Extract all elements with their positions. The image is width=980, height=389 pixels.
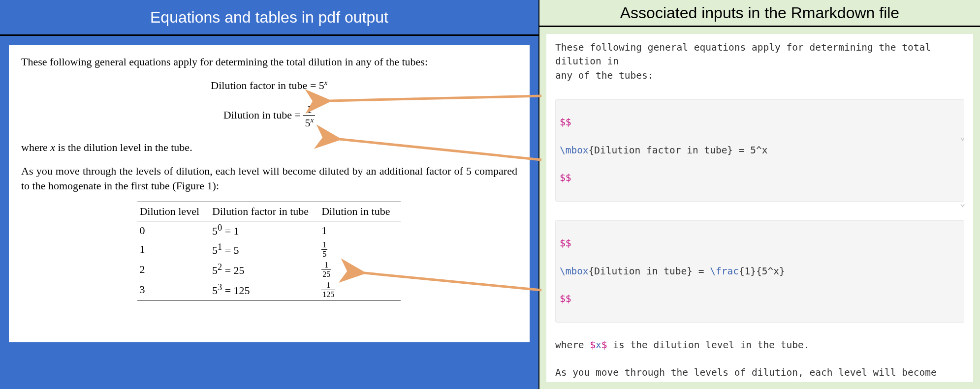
src-para2-line1: As you move through the levels of diluti… [555, 366, 964, 382]
th-intube: Dilution in tube [319, 202, 401, 221]
rmarkdown-source[interactable]: These following general equations apply … [546, 34, 973, 382]
left-panel-header: Equations and tables in pdf output [0, 0, 538, 36]
pdf-intro-text: These following general equations apply … [21, 55, 517, 69]
layout-container: Equations and tables in pdf output These… [0, 0, 980, 389]
table-row: 0 50 = 1 1 [137, 221, 401, 239]
eq2-label: Dilution in tube = [223, 109, 304, 121]
pdf-equation-2: Dilution in tube = 1 5x [21, 104, 517, 128]
right-panel-body: These following general equations apply … [539, 27, 980, 389]
eq1-label: Dilution factor in tube = 5 [211, 79, 324, 91]
table-row: 3 53 = 125 1125 [137, 280, 401, 300]
table-row: 1 51 = 5 15 [137, 239, 401, 260]
pdf-dilution-table: Dilution level Dilution factor in tube D… [137, 202, 401, 300]
src-math-block-2: $$ \mbox{Dilution in tube} = \frac{1}{5^… [555, 220, 964, 323]
pdf-para2-text: As you move through the levels of diluti… [21, 164, 517, 193]
src-intro-line1: These following general equations apply … [555, 41, 964, 69]
right-panel: Associated inputs in the Rmarkdown file … [538, 0, 980, 389]
src-intro-line2: any of the tubes: [555, 69, 964, 83]
table-header-row: Dilution level Dilution factor in tube D… [137, 202, 401, 221]
eq2-fraction: 1 5x [303, 104, 315, 128]
right-header-text: Associated inputs in the Rmarkdown file [620, 4, 899, 22]
eq1-exponent: x [324, 78, 328, 87]
right-panel-header: Associated inputs in the Rmarkdown file [539, 0, 980, 27]
th-level: Dilution level [137, 202, 210, 221]
pdf-preview: These following general equations apply … [9, 45, 530, 342]
left-panel: Equations and tables in pdf output These… [0, 0, 538, 389]
eq2-numerator: 1 [303, 104, 315, 116]
src-where-line: where $x$ is the dilution level in the t… [555, 338, 964, 352]
left-panel-body: These following general equations apply … [0, 36, 538, 389]
eq2-denominator: 5x [303, 116, 315, 128]
th-factor: Dilution factor in tube [210, 202, 319, 221]
chevron-down-icon[interactable]: ⌄ [960, 130, 965, 143]
pdf-where-text: where x is the dilution level in the tub… [21, 140, 517, 155]
where-variable: x [50, 141, 55, 153]
table-row: 2 52 = 25 125 [137, 260, 401, 280]
left-header-text: Equations and tables in pdf output [150, 8, 388, 27]
src-math-block-1: $$ \mbox{Dilution factor in tube} = 5^x … [555, 99, 964, 202]
chevron-down-icon[interactable]: ⌄ [960, 197, 965, 209]
pdf-equation-1: Dilution factor in tube = 5x [21, 78, 517, 92]
